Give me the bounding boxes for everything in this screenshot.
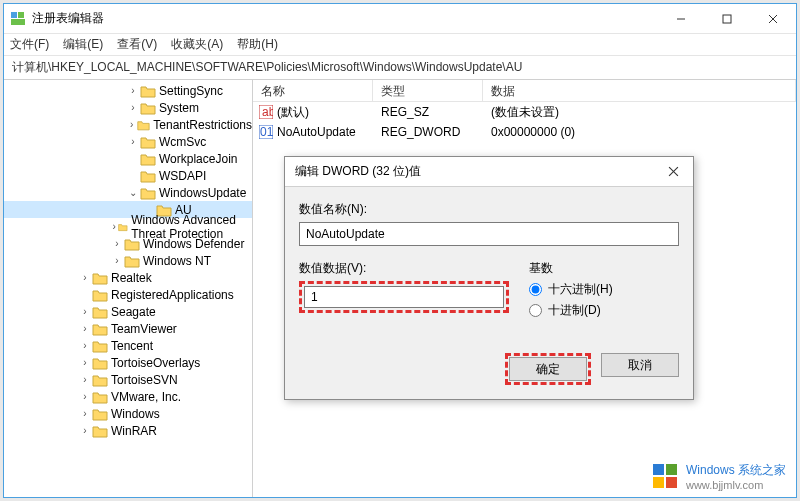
ok-button[interactable]: 确定	[509, 357, 587, 381]
tree-item[interactable]: ›WcmSvc	[4, 133, 252, 150]
menu-view[interactable]: 查看(V)	[117, 36, 157, 53]
col-name[interactable]: 名称	[253, 80, 373, 101]
radio-hex-input[interactable]	[529, 283, 542, 296]
ok-highlight: 确定	[505, 353, 591, 385]
dialog-close-button[interactable]	[653, 157, 693, 187]
base-label: 基数	[529, 260, 679, 277]
tree-item[interactable]: WSDAPI	[4, 167, 252, 184]
name-input[interactable]: NoAutoUpdate	[299, 222, 679, 246]
menu-edit[interactable]: 编辑(E)	[63, 36, 103, 53]
svg-rect-15	[653, 477, 664, 488]
svg-rect-1	[18, 12, 24, 18]
tree-item[interactable]: RegisteredApplications	[4, 286, 252, 303]
svg-rect-16	[666, 477, 677, 488]
window-controls	[658, 4, 796, 34]
tree-item[interactable]: ›Tencent	[4, 337, 252, 354]
window-title: 注册表编辑器	[32, 10, 104, 27]
tree-item[interactable]: ›TenantRestrictions	[4, 116, 252, 133]
tree-item[interactable]: ›VMware, Inc.	[4, 388, 252, 405]
radio-hex[interactable]: 十六进制(H)	[529, 281, 679, 298]
tree-item[interactable]: ›System	[4, 99, 252, 116]
windows-logo-icon	[650, 461, 680, 491]
tree-item[interactable]: ›Realtek	[4, 269, 252, 286]
tree-item[interactable]: ›Windows Advanced Threat Protection	[4, 218, 252, 235]
svg-text:011: 011	[260, 125, 273, 139]
app-icon	[10, 11, 26, 27]
list-header: 名称 类型 数据	[253, 80, 796, 102]
data-input[interactable]	[304, 286, 504, 308]
radio-dec[interactable]: 十进制(D)	[529, 302, 679, 319]
svg-rect-13	[653, 464, 664, 475]
svg-rect-14	[666, 464, 677, 475]
edit-dword-dialog: 编辑 DWORD (32 位)值 数值名称(N): NoAutoUpdate 数…	[284, 156, 694, 400]
value-row[interactable]: 011NoAutoUpdate REG_DWORD 0x00000000 (0)	[253, 122, 796, 142]
address-text: 计算机\HKEY_LOCAL_MACHINE\SOFTWARE\Policies…	[12, 59, 522, 76]
titlebar: 注册表编辑器	[4, 4, 796, 34]
string-icon: ab	[259, 105, 273, 119]
watermark-url: www.bjjmlv.com	[686, 479, 786, 491]
registry-tree: ›SettingSync ›System ›TenantRestrictions…	[4, 82, 252, 439]
svg-rect-4	[723, 15, 731, 23]
tree-item[interactable]: ›Windows NT	[4, 252, 252, 269]
minimize-button[interactable]	[658, 4, 704, 34]
tree-item[interactable]: ›Seagate	[4, 303, 252, 320]
dialog-title: 编辑 DWORD (32 位)值	[295, 163, 421, 180]
dword-icon: 011	[259, 125, 273, 139]
radio-dec-input[interactable]	[529, 304, 542, 317]
tree-item[interactable]: ›TeamViewer	[4, 320, 252, 337]
tree-item[interactable]: ›Windows	[4, 405, 252, 422]
cancel-button[interactable]: 取消	[601, 353, 679, 377]
tree-item[interactable]: WorkplaceJoin	[4, 150, 252, 167]
tree-item[interactable]: ›TortoiseSVN	[4, 371, 252, 388]
menubar: 文件(F) 编辑(E) 查看(V) 收藏夹(A) 帮助(H)	[4, 34, 796, 56]
tree-item[interactable]: ›Windows Defender	[4, 235, 252, 252]
col-data[interactable]: 数据	[483, 80, 796, 101]
maximize-button[interactable]	[704, 4, 750, 34]
svg-rect-2	[11, 19, 25, 25]
tree-item[interactable]: ›TortoiseOverlays	[4, 354, 252, 371]
dialog-titlebar: 编辑 DWORD (32 位)值	[285, 157, 693, 187]
address-bar[interactable]: 计算机\HKEY_LOCAL_MACHINE\SOFTWARE\Policies…	[4, 56, 796, 80]
menu-favorites[interactable]: 收藏夹(A)	[171, 36, 223, 53]
name-label: 数值名称(N):	[299, 201, 679, 218]
tree-pane: ›SettingSync ›System ›TenantRestrictions…	[4, 80, 253, 497]
tree-item[interactable]: ⌄WindowsUpdate	[4, 184, 252, 201]
menu-help[interactable]: 帮助(H)	[237, 36, 278, 53]
tree-item[interactable]: ›WinRAR	[4, 422, 252, 439]
watermark-title: Windows 系统之家	[686, 462, 786, 479]
data-highlight	[299, 281, 509, 313]
close-button[interactable]	[750, 4, 796, 34]
svg-rect-0	[11, 12, 17, 18]
tree-item[interactable]: ›SettingSync	[4, 82, 252, 99]
data-label: 数值数据(V):	[299, 260, 509, 277]
col-type[interactable]: 类型	[373, 80, 483, 101]
menu-file[interactable]: 文件(F)	[10, 36, 49, 53]
svg-text:ab: ab	[262, 105, 273, 119]
value-row[interactable]: ab(默认) REG_SZ (数值未设置)	[253, 102, 796, 122]
watermark: Windows 系统之家 www.bjjmlv.com	[650, 461, 786, 491]
list-body: ab(默认) REG_SZ (数值未设置) 011NoAutoUpdate RE…	[253, 102, 796, 142]
